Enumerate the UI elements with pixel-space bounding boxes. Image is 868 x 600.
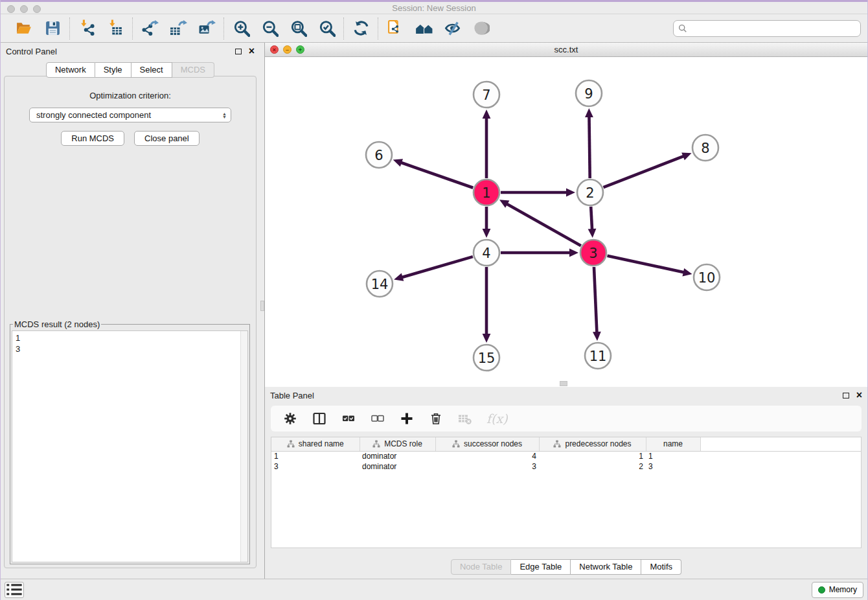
- tab-motifs[interactable]: Motifs: [641, 559, 681, 575]
- window-zoom-button[interactable]: [33, 5, 41, 13]
- tab-network[interactable]: Network: [46, 62, 95, 78]
- edge-2-8[interactable]: [604, 156, 685, 187]
- export-image-button[interactable]: [196, 18, 218, 39]
- export-network-button[interactable]: [139, 18, 161, 39]
- cell-name[interactable]: 3: [646, 461, 700, 472]
- show-view-icon: [472, 19, 490, 37]
- cell-predecessor-nodes[interactable]: 2: [539, 461, 646, 472]
- tab-edge-table[interactable]: Edge Table: [511, 559, 571, 575]
- horizontal-splitter-handle[interactable]: [560, 381, 567, 386]
- table-toolbar: f(x): [271, 406, 862, 432]
- edge-1-6[interactable]: [400, 163, 473, 188]
- vertical-splitter[interactable]: [260, 43, 265, 579]
- column-header-filler: [700, 437, 861, 451]
- window-titlebar: Session: New Session: [1, 0, 867, 14]
- zoom-in-button[interactable]: [230, 18, 252, 39]
- table-row[interactable]: 1dominator411: [271, 451, 861, 461]
- task-history-button[interactable]: [5, 582, 24, 598]
- window-traffic-lights[interactable]: [7, 5, 41, 13]
- edge-3-1[interactable]: [506, 203, 580, 246]
- cell-shared-name[interactable]: 3: [271, 461, 360, 472]
- float-table-panel-icon[interactable]: [843, 393, 849, 398]
- cell-MCDS-role[interactable]: dominator: [360, 451, 435, 461]
- network-graph[interactable]: 1234678910111415: [265, 57, 863, 384]
- delete-row-button[interactable]: [428, 411, 444, 426]
- column-header-predecessor-nodes[interactable]: predecessor nodes: [539, 437, 646, 451]
- close-table-panel-icon[interactable]: ×: [856, 392, 862, 398]
- edge-3-10[interactable]: [607, 256, 684, 273]
- tab-network-table[interactable]: Network Table: [571, 559, 641, 575]
- node-table[interactable]: shared nameMCDS rolesuccessor nodesprede…: [271, 437, 861, 472]
- vertical-splitter-handle[interactable]: [260, 301, 264, 311]
- edge-arrowhead: [483, 229, 491, 238]
- cell-successor-nodes[interactable]: 4: [435, 451, 539, 461]
- zoom-fit-button[interactable]: [287, 18, 309, 39]
- import-table-button[interactable]: [104, 18, 126, 39]
- edge-2-9[interactable]: [589, 116, 589, 178]
- window-minimize-button[interactable]: [20, 5, 28, 13]
- network-maximize-button[interactable]: +: [296, 45, 304, 54]
- zoom-selected-button[interactable]: [315, 18, 337, 39]
- close-panel-icon[interactable]: ×: [249, 48, 255, 54]
- mcds-result-line: 1: [16, 332, 238, 343]
- cell-MCDS-role[interactable]: dominator: [360, 461, 435, 472]
- mcds-result-line: 3: [16, 343, 238, 354]
- list-icon: [5, 583, 23, 597]
- function-button: f(x): [486, 411, 508, 426]
- search-box[interactable]: [673, 20, 861, 37]
- import-network-button[interactable]: [76, 18, 98, 39]
- cell-successor-nodes[interactable]: 3: [435, 461, 539, 472]
- tab-mcds[interactable]: MCDS: [172, 62, 214, 78]
- tab-style[interactable]: Style: [95, 62, 131, 78]
- open-session-button[interactable]: [13, 18, 35, 39]
- table-row[interactable]: 3dominator323: [271, 461, 861, 472]
- zoom-selected-icon: [318, 19, 336, 37]
- settings-button[interactable]: [282, 411, 298, 426]
- network-close-button[interactable]: ×: [270, 45, 279, 54]
- zoom-out-button[interactable]: [258, 18, 280, 39]
- close-panel-button[interactable]: Close panel: [134, 131, 200, 146]
- select-all-icon: [342, 412, 355, 425]
- export-table-button[interactable]: [167, 18, 189, 39]
- toolbar-group-1: [70, 18, 132, 39]
- copy-style-button[interactable]: [384, 18, 406, 39]
- column-header-successor-nodes[interactable]: successor nodes: [435, 437, 539, 451]
- mcds-result-list[interactable]: 13: [12, 330, 248, 562]
- show-view-button[interactable]: [470, 18, 492, 39]
- columns-button[interactable]: [312, 411, 327, 426]
- add-row-button[interactable]: [399, 411, 415, 426]
- network-window-titlebar[interactable]: × – + scc.txt: [265, 43, 867, 57]
- run-mcds-button[interactable]: Run MCDS: [61, 131, 124, 146]
- tab-node-table[interactable]: Node Table: [451, 559, 512, 575]
- node-table-wrap: shared nameMCDS rolesuccessor nodesprede…: [271, 437, 862, 548]
- optimization-criterion-select[interactable]: strongly connected component ▲▼: [29, 108, 231, 122]
- memory-button[interactable]: Memory: [812, 582, 863, 598]
- delete-table-icon: [459, 412, 472, 425]
- graph-node-label: 15: [478, 351, 496, 366]
- network-minimize-button[interactable]: –: [283, 45, 291, 54]
- save-session-button[interactable]: [41, 18, 63, 39]
- import-table-icon: [107, 19, 124, 37]
- cell-predecessor-nodes[interactable]: 1: [539, 451, 646, 461]
- float-panel-icon[interactable]: [235, 49, 242, 54]
- deselect-all-button[interactable]: [370, 411, 385, 426]
- refresh-layout-button[interactable]: [350, 18, 372, 39]
- cell-shared-name[interactable]: 1: [271, 451, 360, 461]
- hide-view-icon: [444, 19, 461, 37]
- result-scrollbar[interactable]: [240, 331, 247, 562]
- column-header-MCDS-role[interactable]: MCDS role: [360, 437, 435, 451]
- window-title: Session: New Session: [392, 3, 475, 13]
- edge-2-3[interactable]: [591, 207, 592, 230]
- network-canvas[interactable]: 1234678910111415: [265, 57, 867, 384]
- home-button[interactable]: [413, 18, 435, 39]
- select-all-button[interactable]: [341, 411, 356, 426]
- window-close-button[interactable]: [7, 5, 15, 13]
- edge-4-14[interactable]: [402, 257, 473, 277]
- cell-name[interactable]: 1: [646, 451, 700, 461]
- hide-view-button[interactable]: [441, 18, 463, 39]
- column-header-shared-name[interactable]: shared name: [271, 437, 360, 451]
- edge-3-11[interactable]: [594, 267, 597, 333]
- column-header-name[interactable]: name: [646, 437, 700, 451]
- search-input[interactable]: [691, 23, 856, 33]
- tab-select[interactable]: Select: [131, 62, 172, 78]
